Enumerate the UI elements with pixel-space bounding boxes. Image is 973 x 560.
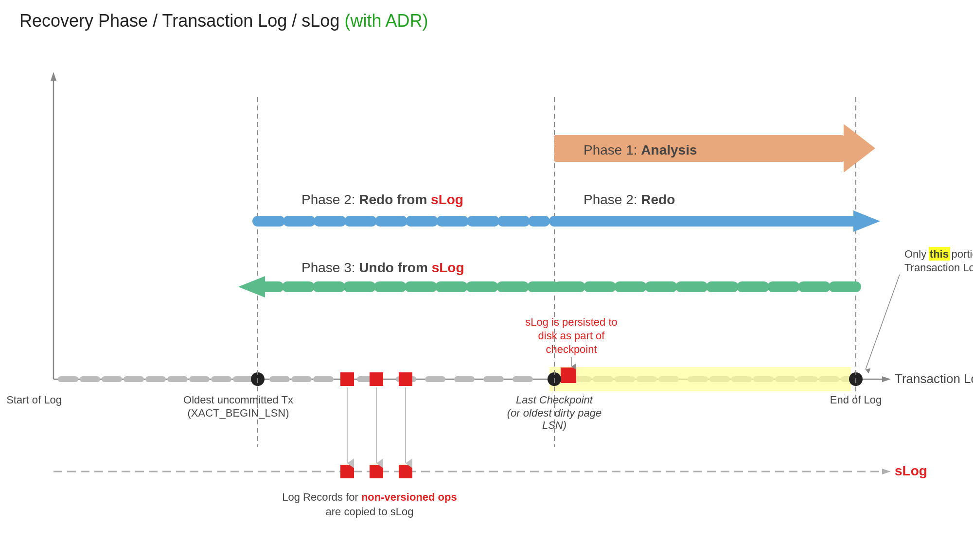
svg-rect-38 [549,367,851,391]
svg-marker-59 [238,276,265,298]
svg-text:Phase 2: Redo: Phase 2: Redo [584,192,675,207]
svg-marker-1 [51,72,56,81]
transaction-log-label: Transaction Log [895,371,973,386]
svg-rect-36 [370,372,383,386]
svg-text:are copied to sLog: are copied to sLog [325,506,413,518]
title-part2: Transaction Log [162,11,287,31]
svg-text:Phase 3: Undo from sLog: Phase 3: Undo from sLog [301,260,464,275]
svg-rect-35 [340,372,354,386]
title-part3: sLog [301,11,339,31]
diagram-svg: Phase 1: Analysis Phase 2: Redo from sLo… [0,49,973,560]
page-title: Recovery Phase / Transaction Log / sLog … [19,10,954,33]
svg-text:Last Checkpoint: Last Checkpoint [516,394,593,406]
title-part1: Recovery Phase [19,11,148,31]
svg-marker-54 [853,210,880,232]
svg-text:Phase 1: Analysis: Phase 1: Analysis [584,142,697,158]
svg-text:Log Records for non-versioned : Log Records for non-versioned ops [282,491,457,503]
svg-rect-39 [561,368,576,383]
title-sep1: / [148,11,162,31]
svg-text:Oldest uncommitted Tx: Oldest uncommitted Tx [183,394,293,406]
svg-text:checkpoint: checkpoint [546,343,597,355]
svg-marker-50 [844,124,875,173]
svg-text:(XACT_BEGIN_LSN): (XACT_BEGIN_LSN) [187,407,289,419]
svg-text:Start of Log: Start of Log [6,394,62,406]
svg-text:disk as part of: disk as part of [538,330,605,342]
svg-text:End of Log: End of Log [830,394,882,406]
svg-line-87 [866,275,900,369]
svg-marker-3 [882,376,891,382]
svg-rect-37 [399,372,412,386]
svg-rect-66 [399,465,412,478]
title-adr: (with ADR) [339,11,428,31]
main-container: Recovery Phase / Transaction Log / sLog … [0,0,973,560]
svg-text:Phase 2: Redo from sLog: Phase 2: Redo from sLog [301,192,463,207]
svg-text:sLog is persisted to: sLog is persisted to [525,316,618,328]
title-sep2: / [287,11,301,31]
svg-rect-64 [340,465,354,478]
svg-text:(or oldest dirty page: (or oldest dirty page [507,407,601,419]
svg-marker-62 [882,469,891,474]
svg-text:sLog: sLog [895,463,927,478]
svg-text:LSN): LSN) [542,419,566,431]
svg-rect-65 [370,465,383,478]
svg-text:this: this [930,248,949,260]
svg-text:Transaction Log is scanned.: Transaction Log is scanned. [904,262,973,274]
